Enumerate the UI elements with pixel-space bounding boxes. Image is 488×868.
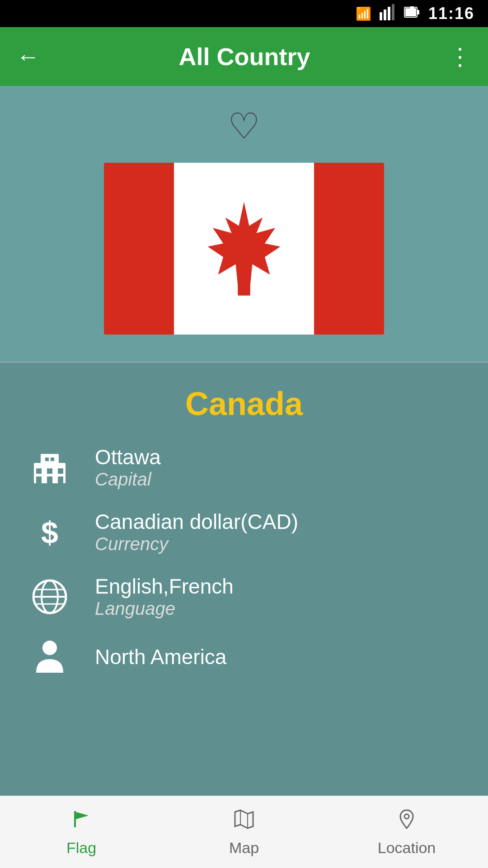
currency-icon: $ (27, 514, 72, 550)
currency-label: Currency (95, 534, 298, 554)
flag-right-stripe (314, 163, 384, 335)
signal-icon (380, 4, 396, 24)
battery-icon (404, 4, 420, 24)
map-nav-icon (232, 807, 256, 835)
nav-map[interactable]: Map (163, 807, 325, 857)
svg-rect-7 (410, 6, 414, 8)
currency-row: $ Canadian dollar(CAD) Currency (27, 509, 461, 554)
flag-left-stripe (104, 163, 174, 335)
svg-rect-26 (74, 811, 76, 827)
status-time: 11:16 (428, 4, 474, 23)
svg-point-25 (42, 641, 57, 655)
language-value: English,French (95, 574, 234, 599)
language-label: Language (95, 599, 234, 619)
svg-rect-18 (51, 458, 54, 461)
maple-leaf-icon (192, 197, 296, 301)
svg-rect-16 (58, 476, 63, 483)
flag-nav-label: Flag (66, 839, 96, 857)
info-section: Canada Ottawa Capital (0, 363, 488, 713)
capital-value: Ottawa (95, 445, 161, 469)
menu-button[interactable]: ⋮ (448, 45, 472, 68)
svg-rect-1 (384, 9, 386, 20)
country-flag (104, 163, 384, 335)
region-info: North America (95, 645, 226, 669)
svg-rect-10 (41, 454, 59, 464)
svg-rect-5 (417, 10, 419, 14)
svg-rect-15 (47, 476, 52, 483)
page-title: All Country (58, 42, 431, 71)
svg-rect-8 (238, 275, 250, 296)
wifi-icon: 📶 (356, 6, 371, 21)
app-bar: ← All Country ⋮ (0, 27, 488, 86)
svg-rect-17 (45, 458, 49, 461)
capital-info: Ottawa Capital (95, 445, 161, 490)
location-nav-icon (395, 807, 418, 835)
nav-location[interactable]: Location (325, 807, 488, 857)
svg-rect-12 (47, 468, 52, 474)
nav-flag[interactable]: Flag (0, 807, 163, 857)
svg-rect-0 (380, 12, 382, 20)
region-icon (27, 639, 72, 675)
language-icon (27, 579, 72, 615)
flag-center (174, 163, 314, 335)
bottom-nav: Flag Map Location (0, 796, 488, 868)
favorite-icon[interactable]: ♡ (228, 108, 260, 145)
svg-rect-6 (405, 8, 416, 16)
svg-rect-2 (388, 7, 390, 20)
flag-section: ♡ (0, 86, 488, 363)
capital-label: Capital (95, 469, 161, 490)
currency-info: Canadian dollar(CAD) Currency (95, 509, 298, 554)
svg-text:$: $ (41, 515, 58, 550)
capital-row: Ottawa Capital (27, 445, 461, 490)
region-value: North America (95, 645, 226, 669)
map-nav-label: Map (229, 839, 259, 857)
svg-rect-13 (58, 468, 63, 474)
language-info: English,French Language (95, 574, 234, 619)
location-nav-label: Location (378, 839, 436, 857)
region-row: North America (27, 639, 461, 675)
capital-icon (27, 449, 72, 486)
back-button[interactable]: ← (16, 45, 40, 68)
status-bar: 📶 11:16 (0, 0, 488, 27)
svg-point-29 (404, 814, 409, 819)
svg-rect-11 (36, 468, 42, 474)
svg-rect-14 (36, 476, 42, 483)
svg-rect-3 (392, 4, 394, 20)
country-name: Canada (27, 385, 461, 422)
flag-nav-icon (70, 807, 93, 835)
currency-value: Canadian dollar(CAD) (95, 509, 298, 534)
language-row: English,French Language (27, 574, 461, 619)
